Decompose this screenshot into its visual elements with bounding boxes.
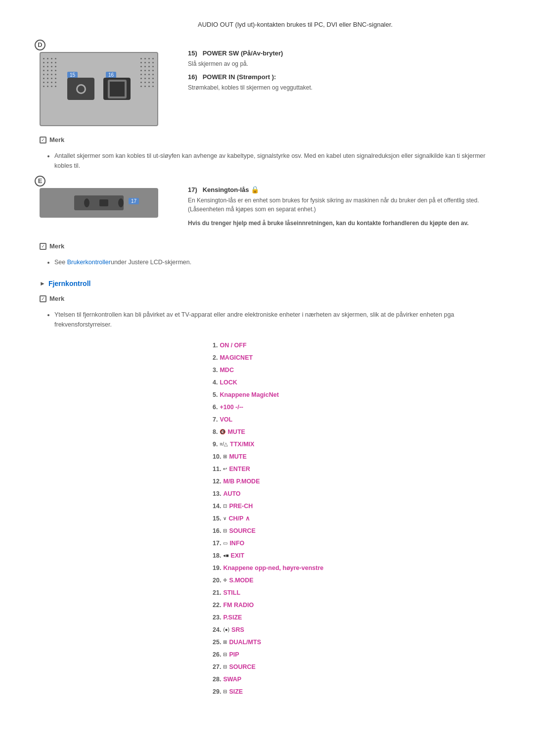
dot [55,78,56,79]
remote-list-item: 23. P.SIZE [213,612,494,624]
device-image-e: 17 [40,188,158,218]
dot [55,82,56,83]
dot [43,78,44,79]
remote-list-item: 6. +100 -/-- [213,401,494,414]
remote-list-item: 9. ≡/△ TTX/MIX [213,438,494,451]
dot-grid-left [43,58,57,88]
remote-list-item: 11. ↩ ENTER [213,463,494,475]
remote-item-icon: ⊡ [223,501,227,511]
remote-item-name: TTX/MIX [230,438,254,451]
dot [148,86,150,87]
dot [140,66,142,67]
dot [152,66,154,67]
dot [152,62,154,63]
remote-item-name: P.SIZE [223,612,242,624]
fjernkontroll-title[interactable]: Fjernkontroll [48,280,91,287]
item16-title: POWER IN (Strømport ): [203,73,276,81]
dot [140,78,142,79]
remote-item-num: 3. [213,364,218,377]
dot [43,70,44,71]
remote-list-item: 19. Knappene opp-ned, høyre-venstre [213,562,494,574]
item15-title: POWER SW (På/Av-bryter) [203,49,283,57]
remote-item-name: +100 -/-- [220,401,243,414]
remote-item-num: 4. [213,377,218,389]
dot [43,86,44,87]
power-switch-port [67,78,94,100]
note-d-checkbox [40,137,46,143]
remote-list-item: 15. ∨ CH/P ∧ [213,513,494,525]
note-d-box: Merk [40,136,494,143]
dot [144,70,146,71]
label-d: D [35,40,45,50]
remote-item-num: 16. [213,525,221,537]
dot [144,58,146,59]
remote-list-item: 10. ⊞ MUTE [213,451,494,463]
remote-item-num: 24. [213,624,221,636]
dot [140,86,142,87]
section-d: D 15 16 [40,45,494,126]
dot [140,74,142,75]
note-f-label: Merk [49,295,64,302]
remote-item-name: MUTE [227,426,245,438]
remote-list-item: 14. ⊡ PRE-CH [213,500,494,513]
section-d-image: D 15 16 [40,45,168,126]
remote-item-num: 11. [213,463,221,475]
remote-list-item: 17. ▭ INFO [213,537,494,550]
dot [55,58,56,59]
dot [152,74,154,75]
dot-grid-right [140,58,155,88]
remote-item-name: LOCK [220,377,237,389]
remote-item-num: 23. [213,612,221,624]
dot [47,66,48,67]
remote-item-num: 6. [213,401,218,414]
remote-item-name: EXIT [230,550,244,562]
remote-item-name: ON / OFF [220,339,246,352]
remote-list-item: 18. ◂■ EXIT [213,550,494,562]
bullet-d-item: Antallet skjermer som kan kobles til ut-… [54,151,494,171]
item17-header: 17) Kensington-lås 🔒 [188,186,494,193]
kensington-hole-2 [118,198,124,207]
remote-item-num: 27. [213,661,221,673]
remote-item-icon: ⊟ [223,650,227,660]
dot [51,74,52,75]
remote-item-num: 20. [213,574,221,587]
intro-text: AUDIO OUT (lyd ut)-kontakten brukes til … [198,20,494,30]
dot [152,82,154,83]
remote-item-name: S.MODE [229,574,253,587]
dot [43,62,44,63]
dot [140,62,142,63]
dot [144,74,146,75]
remote-item-num: 10. [213,451,221,463]
remote-list-item: 27. ⊟ SOURCE [213,661,494,673]
item17-title: Kensington-lås [203,186,249,193]
dot [148,58,150,59]
dot [152,86,154,87]
dot [55,70,56,71]
dot [47,86,48,87]
dot [55,66,56,67]
power-in-port [103,78,131,100]
remote-item-num: 21. [213,587,221,599]
dot [51,86,52,87]
remote-item-name: PRE-CH [229,500,253,513]
item17-bold-text: Hvis du trenger hjelp med å bruke låsein… [188,220,469,227]
bullet-e-prefix: See [54,259,67,266]
remote-item-name: SWAP [223,673,241,686]
remote-item-num: 17. [213,537,221,550]
remote-item-num: 19. [213,562,221,574]
dot [51,66,52,67]
dot [43,66,44,67]
remote-item-name: MAGICNET [220,352,253,364]
item16-number: 16) [188,73,197,81]
dot [144,82,146,83]
remote-item-num: 7. [213,414,218,426]
kensington-slot-mark [99,199,108,206]
dot [144,78,146,79]
remote-list-item: 21. STILL [213,587,494,599]
dot [148,62,150,63]
remote-item-name: SOURCE [229,525,255,537]
port-row: 15 16 [67,78,131,100]
remote-item-icon: ⊟ [223,526,227,536]
remote-item-name: DUAL/MTS [229,636,261,649]
brukerkontroller-link[interactable]: Brukerkontroller [67,259,111,266]
